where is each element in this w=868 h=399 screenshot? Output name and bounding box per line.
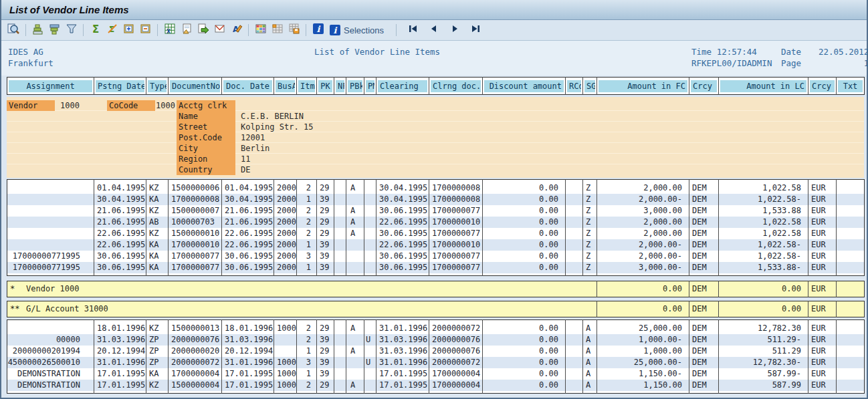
cell[interactable]: 17000000771995 bbox=[7, 262, 94, 273]
cell[interactable]: KZ bbox=[146, 182, 169, 194]
cell[interactable]: 21.06.1995 bbox=[222, 205, 274, 217]
info-button[interactable]: i bbox=[310, 23, 326, 37]
cell[interactable]: 2000 bbox=[274, 205, 297, 217]
cell[interactable]: U bbox=[364, 334, 376, 346]
spreadsheet-button[interactable]: X bbox=[161, 23, 178, 37]
cell[interactable]: 0.00 bbox=[483, 334, 566, 346]
table-row[interactable]: 45000002650001031.01.1996ZP200000007231.… bbox=[7, 357, 865, 368]
cell[interactable]: A bbox=[583, 334, 597, 346]
cell[interactable]: 18.01.1996 bbox=[222, 323, 274, 334]
cell[interactable] bbox=[837, 228, 865, 239]
cell[interactable]: 1,022.58 bbox=[719, 228, 808, 239]
cell[interactable]: 1,022.58- bbox=[719, 194, 808, 205]
cell[interactable]: 100000703 bbox=[169, 217, 222, 228]
cell[interactable]: DEM bbox=[689, 262, 719, 273]
cell[interactable]: 39 bbox=[317, 334, 334, 346]
cell[interactable] bbox=[566, 194, 583, 205]
cell[interactable] bbox=[566, 217, 583, 228]
table-row[interactable]: 22.06.1995KA170000001022.06.199520001392… bbox=[7, 239, 865, 251]
cell[interactable]: 2000 bbox=[274, 251, 297, 262]
cell[interactable]: 2000000072 bbox=[429, 323, 483, 334]
cell[interactable]: 30.04.1995 bbox=[94, 194, 146, 205]
cell[interactable]: KZ bbox=[146, 205, 169, 217]
cell[interactable]: 39 bbox=[317, 239, 334, 251]
cell[interactable]: DEM bbox=[689, 368, 719, 380]
cell[interactable] bbox=[346, 357, 364, 368]
cell[interactable]: DEMONSTRATION bbox=[7, 380, 94, 391]
cell[interactable]: A bbox=[346, 228, 364, 239]
cell[interactable]: 0.00 bbox=[483, 368, 566, 380]
cell[interactable]: 1 bbox=[297, 239, 317, 251]
column-header[interactable]: DocumentNo bbox=[169, 78, 222, 95]
set-filter-button[interactable] bbox=[63, 23, 80, 37]
cell[interactable]: EUR bbox=[808, 182, 837, 194]
cell[interactable] bbox=[334, 334, 346, 346]
cell[interactable]: 20.12.1994 bbox=[94, 346, 146, 357]
cell[interactable]: 17000000771995 bbox=[7, 251, 94, 262]
column-header[interactable]: PK bbox=[317, 78, 334, 95]
cell[interactable]: 2000 bbox=[274, 262, 297, 273]
last-page-button[interactable] bbox=[467, 23, 484, 37]
cell[interactable]: EUR bbox=[808, 357, 837, 368]
cell[interactable]: A bbox=[583, 346, 597, 357]
cell[interactable]: 2000000076 bbox=[169, 334, 222, 346]
cell[interactable]: 587.99 bbox=[719, 380, 808, 391]
column-header[interactable]: NP bbox=[334, 78, 346, 95]
cell[interactable]: DEM bbox=[689, 217, 719, 228]
cell[interactable]: EUR bbox=[808, 346, 837, 357]
cell[interactable]: 3,000.00- bbox=[597, 262, 689, 273]
cell[interactable]: 1700000010 bbox=[429, 239, 483, 251]
word-processing-button[interactable] bbox=[178, 23, 195, 37]
cell[interactable]: Z bbox=[583, 205, 597, 217]
cell[interactable]: 1 bbox=[297, 262, 317, 273]
cell[interactable]: A bbox=[583, 323, 597, 334]
cell[interactable]: 12,782.30- bbox=[719, 357, 808, 368]
cell[interactable]: 1700000004 bbox=[429, 380, 483, 391]
cell[interactable] bbox=[566, 380, 583, 391]
cell[interactable]: EUR bbox=[808, 239, 837, 251]
table-row[interactable]: 22.06.1995KZ150000001022.06.19952000229A… bbox=[7, 228, 865, 239]
cell[interactable]: 2000 bbox=[274, 217, 297, 228]
local-file-button[interactable] bbox=[195, 23, 211, 37]
cell[interactable] bbox=[837, 380, 865, 391]
cell[interactable] bbox=[566, 251, 583, 262]
cell[interactable]: DEM bbox=[689, 380, 719, 391]
cell[interactable] bbox=[274, 334, 297, 346]
vendor-subtotal-row[interactable]: *Vendor 1000 0.00 DEM 0.00 EUR bbox=[7, 281, 865, 297]
cell[interactable]: 17.01.1995 bbox=[222, 380, 274, 391]
cell[interactable] bbox=[364, 239, 376, 251]
cell[interactable]: 31.03.1996 bbox=[376, 346, 429, 357]
cell[interactable]: 29 bbox=[317, 380, 334, 391]
cell[interactable] bbox=[346, 239, 364, 251]
table-row[interactable]: 30.04.1995KA170000000830.04.199520001393… bbox=[7, 194, 865, 205]
cell[interactable] bbox=[364, 262, 376, 273]
cell[interactable]: 1700000077 bbox=[429, 205, 483, 217]
cell[interactable]: KA bbox=[146, 368, 169, 380]
cell[interactable]: KZ bbox=[146, 323, 169, 334]
cell[interactable]: 29 bbox=[317, 217, 334, 228]
cell[interactable]: A bbox=[583, 380, 597, 391]
cell[interactable]: 1,533.88- bbox=[719, 262, 808, 273]
cell[interactable] bbox=[7, 194, 94, 205]
cell[interactable]: EUR bbox=[808, 262, 837, 273]
cell[interactable] bbox=[837, 182, 865, 194]
cell[interactable]: 1,022.58- bbox=[719, 239, 808, 251]
cell[interactable]: 1,022.58 bbox=[719, 182, 808, 194]
column-header[interactable]: SG bbox=[583, 78, 597, 95]
cell[interactable]: ZP bbox=[146, 334, 169, 346]
cell[interactable]: 1 bbox=[297, 194, 317, 205]
cell[interactable]: KZ bbox=[146, 228, 169, 239]
column-header[interactable]: Crcy bbox=[689, 78, 719, 95]
column-header[interactable]: RCd bbox=[566, 78, 583, 95]
cell[interactable] bbox=[837, 334, 865, 346]
cell[interactable]: 25,000.00 bbox=[597, 323, 689, 334]
cell[interactable]: 1,533.88 bbox=[719, 205, 808, 217]
cell[interactable]: 2000 bbox=[274, 182, 297, 194]
cell[interactable]: EUR bbox=[808, 323, 837, 334]
cell[interactable] bbox=[566, 239, 583, 251]
cell[interactable]: DEMONSTRATION bbox=[7, 368, 94, 380]
abc-analysis-button[interactable]: A bbox=[228, 23, 245, 37]
column-header[interactable]: PM bbox=[364, 78, 376, 95]
cell[interactable] bbox=[346, 334, 364, 346]
cell[interactable] bbox=[346, 194, 364, 205]
